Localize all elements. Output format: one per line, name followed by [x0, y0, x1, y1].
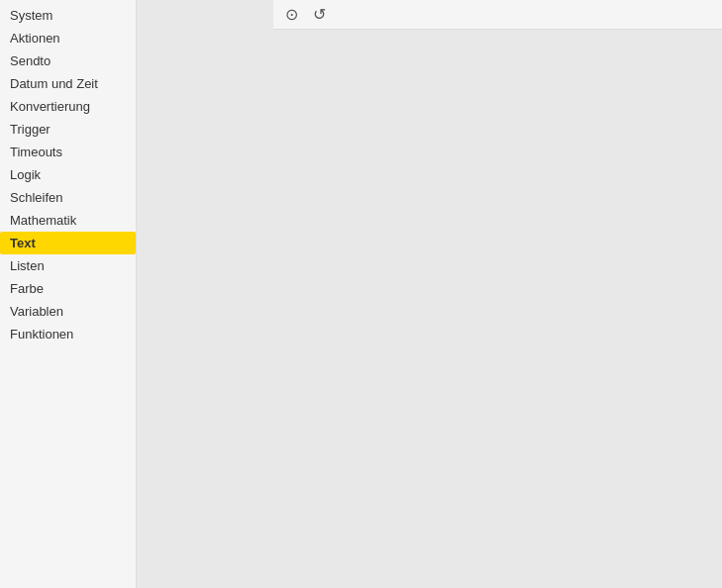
sidebar-item-timeouts[interactable]: Timeouts	[0, 141, 136, 163]
sidebar-item-mathematik[interactable]: Mathematik	[0, 209, 136, 232]
sidebar-item-sendto[interactable]: Sendto	[0, 49, 136, 72]
sidebar-item-datum-und-zeit[interactable]: Datum und Zeit	[0, 72, 136, 95]
sidebar-item-system[interactable]: System	[0, 4, 136, 27]
sidebar-item-funktionen[interactable]: Funktionen	[0, 323, 136, 345]
sidebar-item-variablen[interactable]: Variablen	[0, 300, 136, 323]
sidebar-item-schleifen[interactable]: Schleifen	[0, 186, 136, 209]
sidebar-item-trigger[interactable]: Trigger	[0, 118, 136, 141]
sidebar-item-aktionen[interactable]: Aktionen	[0, 27, 136, 49]
sidebar-item-farbe[interactable]: Farbe	[0, 277, 136, 300]
sidebar-item-text[interactable]: Text	[0, 232, 136, 254]
toolbar: ⊙ ↺	[273, 0, 722, 30]
sidebar-item-listen[interactable]: Listen	[0, 254, 136, 277]
refresh-icon[interactable]: ↺	[309, 5, 329, 25]
sidebar: System Aktionen Sendto Datum und Zeit Ko…	[0, 0, 137, 588]
sidebar-item-logik[interactable]: Logik	[0, 163, 136, 186]
target-icon[interactable]: ⊙	[281, 5, 301, 25]
sidebar-item-konvertierung[interactable]: Konvertierung	[0, 95, 136, 118]
